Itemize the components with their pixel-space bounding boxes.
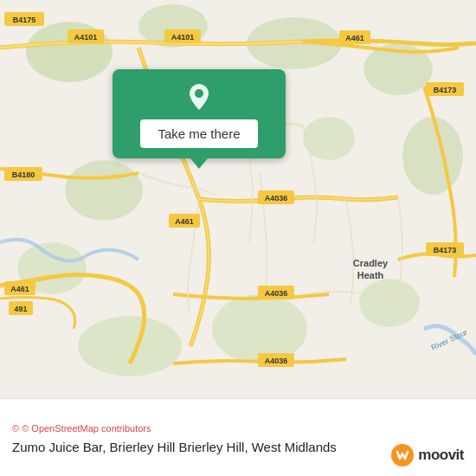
card-arrow bbox=[190, 158, 208, 169]
svg-text:Heath: Heath bbox=[357, 270, 384, 280]
svg-text:A461: A461 bbox=[175, 217, 194, 226]
svg-text:B4173: B4173 bbox=[434, 86, 457, 94]
take-me-there-button[interactable]: Take me there bbox=[140, 119, 257, 148]
svg-point-4 bbox=[402, 117, 463, 195]
svg-point-9 bbox=[78, 316, 182, 376]
info-bar: © © OpenStreetMap contributors Zumo Juic… bbox=[0, 398, 476, 476]
svg-point-10 bbox=[359, 279, 420, 327]
location-name: Zumo Juice Bar, Brierley Hill Brierley H… bbox=[12, 439, 337, 456]
moovit-brand-name: moovit bbox=[418, 447, 464, 464]
svg-text:A4101: A4101 bbox=[171, 33, 195, 42]
moovit-icon bbox=[390, 443, 415, 467]
map-attribution: © © OpenStreetMap contributors bbox=[12, 423, 464, 434]
svg-text:491: 491 bbox=[14, 305, 27, 313]
svg-text:A4036: A4036 bbox=[265, 357, 288, 365]
svg-text:B4180: B4180 bbox=[12, 170, 35, 179]
location-card: Take me there bbox=[113, 69, 286, 158]
svg-text:A461: A461 bbox=[345, 34, 364, 42]
svg-text:A4036: A4036 bbox=[265, 289, 288, 298]
attribution-text: © OpenStreetMap contributors bbox=[22, 423, 151, 434]
map-container: B4175 A4101 A4101 A461 B4180 A461 A461 4… bbox=[0, 0, 476, 398]
moovit-logo: moovit bbox=[390, 443, 464, 467]
svg-text:B4173: B4173 bbox=[434, 246, 457, 254]
svg-text:A4101: A4101 bbox=[74, 33, 98, 42]
svg-text:B4175: B4175 bbox=[13, 16, 36, 24]
svg-text:A4036: A4036 bbox=[265, 194, 288, 203]
attribution-symbol: © bbox=[12, 423, 19, 434]
svg-text:A461: A461 bbox=[10, 285, 29, 293]
svg-point-6 bbox=[65, 160, 143, 221]
svg-text:Cradley: Cradley bbox=[353, 258, 389, 268]
location-pin-icon bbox=[183, 81, 215, 113]
svg-point-40 bbox=[195, 89, 203, 98]
